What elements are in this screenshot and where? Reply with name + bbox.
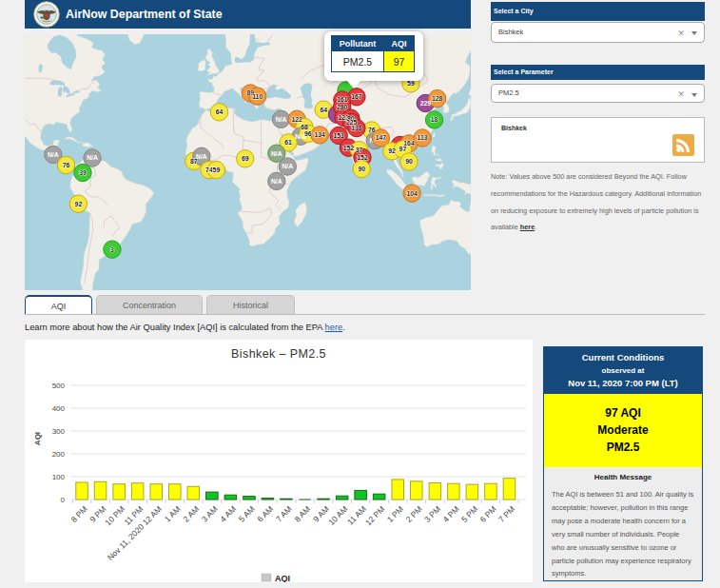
svg-text:37: 37 [356,147,363,153]
svg-text:3 AM: 3 AM [200,504,220,524]
svg-text:7 PM: 7 PM [496,504,516,524]
svg-text:64: 64 [320,107,327,113]
svg-text:11 AM: 11 AM [345,504,368,527]
svg-text:N/A: N/A [196,153,207,160]
svg-text:10 PM: 10 PM [103,504,126,527]
svg-text:104: 104 [406,190,418,197]
svg-text:128: 128 [432,95,443,102]
svg-text:90: 90 [405,158,413,165]
svg-text:229: 229 [420,100,432,107]
svg-text:7 AM: 7 AM [274,504,294,524]
svg-text:500: 500 [52,382,66,390]
svg-text:61: 61 [284,139,292,146]
svg-text:6 AM: 6 AM [255,504,275,524]
svg-text:100: 100 [52,473,66,481]
svg-text:4 AM: 4 AM [218,504,238,524]
svg-text:Bishkek – PM2.5: Bishkek – PM2.5 [231,347,326,361]
svg-text:161: 161 [337,96,348,103]
svg-text:300: 300 [52,427,66,436]
svg-text:122: 122 [292,116,303,123]
svg-text:AQI: AQI [275,574,290,583]
svg-text:6 PM: 6 PM [478,504,498,524]
svg-text:92: 92 [75,201,83,207]
svg-text:200: 200 [52,450,66,459]
svg-text:N/A: N/A [271,150,282,157]
svg-text:18: 18 [431,116,438,123]
svg-text:N/A: N/A [276,116,287,123]
svg-text:39: 39 [79,169,87,176]
svg-text:8 AM: 8 AM [293,504,313,524]
svg-text:90: 90 [358,166,365,172]
svg-text:96: 96 [304,130,312,137]
svg-text:N/A: N/A [282,163,293,169]
svg-text:N/A: N/A [271,178,282,185]
svg-text:113: 113 [418,134,428,141]
svg-text:152: 152 [357,154,368,161]
svg-text:1 PM: 1 PM [385,504,405,524]
svg-text:138: 138 [351,125,362,131]
svg-text:110: 110 [252,93,263,100]
svg-text:400: 400 [52,404,66,413]
svg-text:0: 0 [61,496,66,504]
svg-text:5 AM: 5 AM [237,504,257,524]
svg-text:152: 152 [343,145,355,151]
svg-text:1 AM: 1 AM [163,504,183,524]
svg-text:N/A: N/A [48,151,59,158]
svg-text:64: 64 [216,108,224,115]
svg-text:2 AM: 2 AM [181,504,201,524]
svg-text:76: 76 [368,127,376,133]
svg-text:92: 92 [388,147,396,154]
svg-text:12 PM: 12 PM [363,504,386,527]
svg-text:76: 76 [63,162,70,168]
svg-text:3: 3 [110,246,114,253]
svg-text:59: 59 [407,80,415,87]
svg-text:10 AM: 10 AM [326,504,349,527]
svg-text:59: 59 [213,167,221,173]
svg-text:147: 147 [376,134,387,141]
svg-text:8 PM: 8 PM [69,504,89,524]
svg-text:N/A: N/A [87,154,98,161]
svg-text:97: 97 [399,146,407,152]
svg-text:153: 153 [334,132,345,139]
svg-text:134: 134 [315,131,326,138]
svg-text:2 PM: 2 PM [403,504,423,524]
svg-text:5 PM: 5 PM [459,504,479,524]
svg-text:4 PM: 4 PM [440,504,460,524]
svg-text:280: 280 [337,104,348,110]
svg-text:167: 167 [351,93,362,100]
svg-text:69: 69 [242,155,249,162]
svg-text:3 PM: 3 PM [422,504,442,524]
svg-text:AQI: AQI [33,432,42,445]
